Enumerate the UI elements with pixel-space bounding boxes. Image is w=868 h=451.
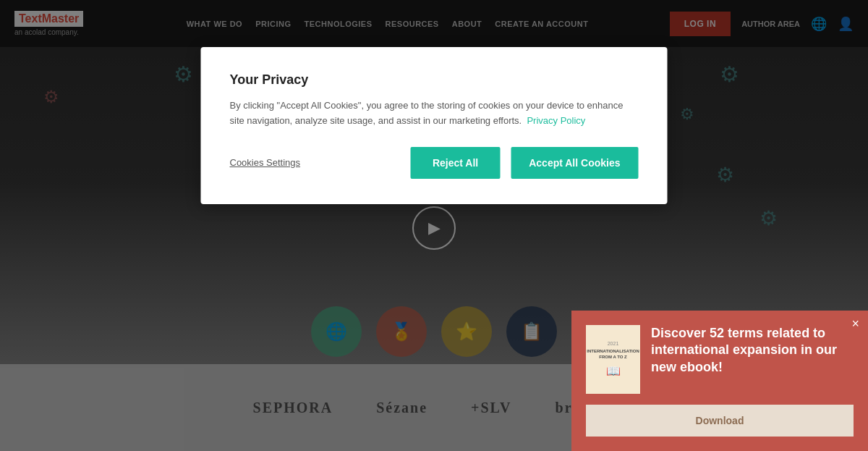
download-button[interactable]: Download [586, 405, 854, 437]
cookies-settings-button[interactable]: Cookies Settings [230, 157, 301, 168]
reject-all-button[interactable]: Reject All [411, 147, 500, 179]
cookie-consent-modal: Your Privacy By clicking "Accept All Coo… [201, 47, 668, 204]
modal-body: By clicking "Accept All Cookies", you ag… [230, 98, 639, 129]
ebook-popup: × 2021 INTERNATIONALISATION FROM A TO Z … [571, 311, 868, 451]
accept-all-button[interactable]: Accept All Cookies [511, 147, 638, 179]
page-background: TextMaster an acolad company. WHAT WE DO… [0, 0, 868, 451]
ebook-thumbnail: 2021 INTERNATIONALISATION FROM A TO Z 📖 [586, 325, 640, 394]
modal-actions: Cookies Settings Reject All Accept All C… [230, 147, 639, 179]
modal-title: Your Privacy [230, 72, 639, 88]
modal-primary-buttons: Reject All Accept All Cookies [411, 147, 639, 179]
ebook-content-row: 2021 INTERNATIONALISATION FROM A TO Z 📖 … [586, 325, 854, 394]
ebook-title: Discover 52 terms related to internation… [651, 325, 854, 376]
ebook-close-button[interactable]: × [851, 316, 859, 332]
privacy-policy-link[interactable]: Privacy Policy [527, 115, 585, 126]
ebook-img-text: 2021 INTERNATIONALISATION FROM A TO Z 📖 [587, 341, 639, 379]
